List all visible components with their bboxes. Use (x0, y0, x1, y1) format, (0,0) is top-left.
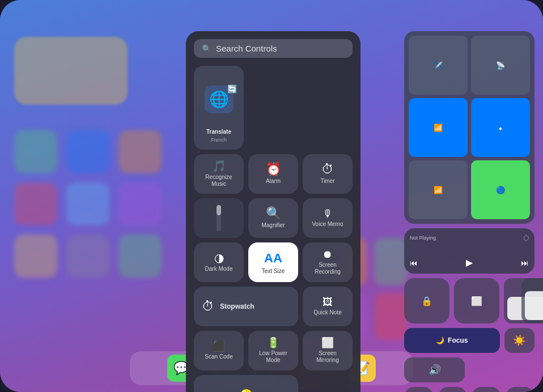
scan-code-icon: ⬛ (213, 341, 225, 351)
wifi-btn[interactable]: 📶 (409, 98, 468, 157)
bluetooth-btn[interactable]: ⬥ (471, 98, 530, 157)
screen-mirroring-control[interactable]: ⬜ ScreenMirroring (303, 331, 353, 370)
lock-rotation-btn[interactable]: 🔒 (404, 278, 449, 323)
voice-memo-label: Voice Memo (312, 221, 343, 228)
alarm-control[interactable]: ⏰ Alarm (248, 154, 298, 194)
translate-sublabel: French (211, 137, 227, 143)
media-forward-btn[interactable]: ⏭ (521, 258, 529, 267)
recognize-music-icon: 🎵 (212, 160, 226, 172)
stopwatch-control[interactable]: ⏱ Stopwatch (194, 287, 298, 326)
timer-control[interactable]: ⏱ Timer (303, 154, 353, 194)
notes-cc-btn[interactable]: 📋 (472, 387, 501, 392)
focus-label: Focus (448, 336, 468, 344)
volume-slider[interactable] (521, 278, 543, 323)
airplane-mode-btn[interactable]: ✈️ (409, 36, 468, 95)
media-back-btn[interactable]: ⏮ (410, 258, 418, 267)
screen-recording-icon: ⏺ (323, 249, 333, 259)
screen-mirroring-label: ScreenMirroring (316, 350, 338, 364)
alarm-cc-btn[interactable]: ⏰ (404, 387, 434, 392)
text-size-label: Text Size (262, 268, 285, 274)
voice-memo-icon: 🎙 (323, 208, 333, 219)
low-power-icon: 🔋 (267, 338, 279, 348)
timer-cc-btn[interactable]: ⏱ (438, 387, 468, 392)
translate-icon: 🌐 (209, 91, 229, 108)
connectivity-block: ✈️ 📡 📶 ⬥ 📶 🔵 (404, 31, 534, 224)
controls-grid: 🌐 🔄 Translate French ⏰ Alarm ⏱ Timer (194, 66, 353, 392)
alarm-icon: ⏰ (266, 163, 281, 176)
timer-icon: ⏱ (321, 163, 334, 176)
screen-recording-control[interactable]: ⏺ ScreenRecording (303, 242, 353, 282)
screen-recording-label: ScreenRecording (315, 262, 341, 275)
recognize-music-label: RecognizeMusic (205, 174, 232, 188)
magnifier-control[interactable]: 🔍 Magnifier (248, 198, 298, 238)
search-input-label: Search Controls (216, 44, 277, 53)
translate-label: Translate (206, 129, 231, 135)
translate-control[interactable]: 🌐 🔄 Translate French (194, 66, 244, 150)
voice-memo-control[interactable]: 🎙 Voice Memo (303, 198, 353, 238)
scan-code-control[interactable]: ⬛ Scan Code (194, 331, 244, 370)
screen-mirroring-icon: ⬜ (321, 338, 334, 348)
scene-accessory-icon: 💡 (236, 389, 256, 392)
stopwatch-label: Stopwatch (220, 302, 254, 310)
not-playing-label: Not Playing (410, 235, 436, 241)
brightness-btn[interactable]: ☀️ (504, 328, 535, 353)
search-bar[interactable]: 🔍 Search Controls (194, 39, 353, 58)
magnifier-label: Magnifier (261, 222, 285, 229)
dark-mode-control[interactable]: ◑ Dark Mode (194, 242, 244, 282)
dark-mode-icon: ◑ (214, 252, 224, 263)
text-size-icon: AA (264, 251, 282, 266)
media-play-btn[interactable]: ▶ (466, 257, 473, 268)
cellular-btn[interactable]: 📶 (409, 160, 468, 219)
scan-code-label: Scan Code (205, 353, 232, 360)
focus-btn[interactable]: 🌙 Focus (404, 328, 500, 353)
hotspot-btn[interactable]: 📡 (471, 36, 530, 95)
magnifier-icon: 🔍 (266, 207, 281, 220)
alarm-label: Alarm (266, 178, 281, 185)
scroll-indicator-area (194, 198, 244, 238)
camera-cc-btn[interactable]: 📷 (506, 387, 535, 392)
dark-mode-label: Dark Mode (205, 266, 233, 272)
media-controls: ⏮ ▶ ⏭ (410, 257, 529, 268)
search-icon: 🔍 (202, 44, 211, 53)
stopwatch-icon: ⏱ (202, 299, 214, 314)
text-size-control[interactable]: AA Text Size (248, 242, 298, 282)
low-power-control[interactable]: 🔋 Low PowerMode (248, 331, 298, 370)
control-center: ✈️ 📡 📶 ⬥ 📶 🔵 Not Playing ⬡ ⏮ ▶ ⏭ (404, 31, 534, 392)
airdrop-btn[interactable]: 🔵 (471, 160, 530, 219)
quick-note-icon: 🖼 (323, 297, 333, 307)
quick-note-label: Quick Note (313, 309, 341, 316)
search-controls-panel: 🔍 Search Controls 🌐 🔄 Translate French ⏰ (186, 31, 360, 392)
low-power-label: Low PowerMode (259, 350, 287, 364)
media-block: Not Playing ⬡ ⏮ ▶ ⏭ (404, 228, 534, 274)
recognize-music-control[interactable]: 🎵 RecognizeMusic (194, 154, 244, 194)
quick-note-control[interactable]: 🖼 Quick Note (303, 287, 353, 326)
volume-btn[interactable]: 🔊 (404, 357, 465, 382)
screen-mirror-btn[interactable]: ⬜ (454, 278, 499, 323)
timer-label: Timer (320, 178, 334, 185)
scene-accessory-control[interactable]: 💡 Scene or Accessory Home (194, 375, 298, 392)
airplay-icon[interactable]: ⬡ (523, 234, 529, 242)
ipad-frame: 💬 🧭 ✉️ 🎵 ⚙️ 📝 ✈️ 📡 📶 ⬥ 📶 🔵 Not Pl (0, 0, 543, 392)
moon-icon: 🌙 (436, 336, 444, 344)
